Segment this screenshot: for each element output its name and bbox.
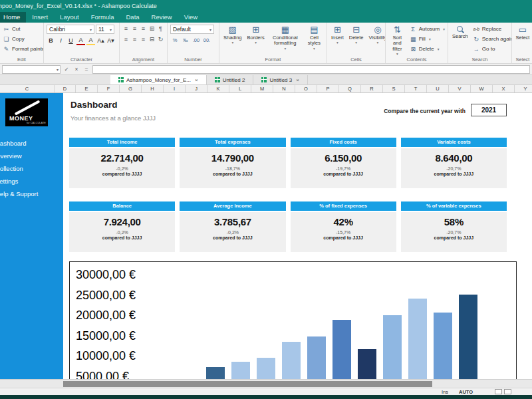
sort-and-filter-button[interactable]: ⇅ Sort and filter ▾ <box>388 25 406 57</box>
compare-year-input[interactable]: 2021 <box>471 104 507 116</box>
sheet-tab-ashampoo-money-for-e[interactable]: Ashampoo_Money_for_E...× <box>110 75 207 84</box>
add-decimal-button[interactable]: .00 <box>192 36 201 45</box>
column-header-C[interactable]: C <box>0 85 55 92</box>
menu-tab-review[interactable]: Review <box>146 12 178 23</box>
sidebar-item-collection[interactable]: Collection <box>0 162 63 175</box>
conditional-formatting-button[interactable]: ▦Conditional formatting▾ <box>269 25 302 51</box>
menu-tab-insert[interactable]: Insert <box>26 12 54 23</box>
permille-format-button[interactable]: ‰ <box>181 36 190 45</box>
number-format-select[interactable]: Default ▾ <box>170 25 214 34</box>
merge-cells-button[interactable]: ⊞ <box>148 25 156 33</box>
insert-cells-button[interactable]: ⊞Insert▾ <box>330 25 345 45</box>
go-to-button[interactable]: →Go to <box>473 45 512 53</box>
confirm-icon[interactable]: ✓ <box>63 66 70 72</box>
align-middle-button[interactable]: ≡ <box>131 35 138 44</box>
menu-tab-home[interactable]: Home <box>0 12 26 23</box>
italic-button[interactable]: I <box>57 36 65 45</box>
column-header-M[interactable]: M <box>251 85 273 92</box>
search-button[interactable]: Search <box>451 25 469 40</box>
cell-name-box[interactable]: ▾ <box>2 65 61 74</box>
select-button[interactable]: ▭ Select <box>515 25 531 41</box>
column-header-I[interactable]: I <box>164 85 186 92</box>
column-header-N[interactable]: N <box>273 85 295 92</box>
column-header-H[interactable]: H <box>142 85 164 92</box>
indent-decrease-button[interactable]: ⊟ <box>148 35 156 44</box>
titlebar[interactable]: Ashampoo_Money_for_Excel_V0.14.xlsx * - … <box>0 0 532 12</box>
grow-font-button[interactable]: A▴ <box>96 36 105 45</box>
fill-button[interactable]: ▦Fill▾ <box>410 35 445 43</box>
sidebar-item-help-support[interactable]: Help & Support <box>0 188 63 200</box>
column-header-O[interactable]: O <box>295 85 317 92</box>
cut-button[interactable]: ✂Cut <box>3 25 41 33</box>
column-header-W[interactable]: W <box>471 85 493 92</box>
function-icon[interactable]: = <box>82 66 90 72</box>
ribbon-group-number: Default ▾ %‰.0000. Number <box>168 23 219 63</box>
search-again-button[interactable]: ↻Search again <box>473 35 512 43</box>
column-header-R[interactable]: R <box>361 85 383 92</box>
cancel-icon[interactable]: × <box>72 66 80 72</box>
column-header-P[interactable]: P <box>317 85 339 92</box>
remove-decimal-button[interactable]: 00. <box>202 36 211 45</box>
autosum-button[interactable]: ΣAutosum▾ <box>410 25 445 33</box>
column-header-U[interactable]: U <box>427 85 449 92</box>
menu-tab-formula[interactable]: Formula <box>85 12 120 23</box>
visibility-button[interactable]: ◎Visibility▾ <box>367 25 386 45</box>
scrollbar-thumb[interactable] <box>63 381 432 387</box>
auto-mode-indicator[interactable]: AUTO <box>459 389 473 395</box>
menu-tab-data[interactable]: Data <box>120 12 145 23</box>
font-name-select[interactable]: Calibri ▾ <box>47 25 94 34</box>
column-header-Q[interactable]: Q <box>339 85 361 92</box>
format-painter-button[interactable]: ✎Format painter <box>3 45 41 53</box>
font-color-button[interactable]: A <box>76 36 85 45</box>
sidebar-item-dashboard[interactable]: Dashboard <box>0 137 63 150</box>
column-header-G[interactable]: G <box>120 85 142 92</box>
y-axis-tick-label: 10000,00 € <box>76 349 136 363</box>
sidebar-item-settings[interactable]: Settings <box>0 175 63 188</box>
menu-tab-layout[interactable]: Layout <box>54 12 85 23</box>
align-left-button[interactable]: ≡ <box>122 25 130 33</box>
underline-button[interactable]: U <box>66 36 75 45</box>
align-right-button[interactable]: ≡ <box>140 25 147 33</box>
formula-input[interactable] <box>92 65 530 74</box>
bar-chart[interactable]: 30000,00 €25000,00 €20000,00 €15000,00 €… <box>69 261 517 379</box>
copy-button[interactable]: ❏Copy <box>3 35 41 43</box>
ribbon: ✂Cut❏Copy✎Format painter Edit Calibri ▾ … <box>0 23 532 64</box>
column-header-E[interactable]: E <box>76 85 98 92</box>
align-bottom-button[interactable]: ≡ <box>140 35 147 44</box>
horizontal-scrollbar[interactable] <box>0 379 532 388</box>
font-size-select[interactable]: 11 ▾ <box>96 25 114 34</box>
column-header-J[interactable]: J <box>186 85 207 92</box>
column-header-K[interactable]: K <box>207 85 229 92</box>
close-icon[interactable]: × <box>296 77 299 83</box>
view-mode-icon[interactable] <box>495 389 502 394</box>
wrap-text-button[interactable]: ¶ <box>157 25 164 33</box>
delete-contents-button[interactable]: ⊠Delete▾ <box>410 45 445 53</box>
text-orientation-button[interactable]: ↻ <box>157 35 164 44</box>
align-center-button[interactable]: ≡ <box>131 25 138 33</box>
page-layout-icon[interactable] <box>504 389 511 394</box>
shading-button[interactable]: ▨Shading▾ <box>222 25 243 45</box>
menu-tab-view[interactable]: View <box>178 12 203 23</box>
shrink-font-button[interactable]: A▾ <box>106 36 115 45</box>
replace-button[interactable]: a-bReplace <box>473 25 512 33</box>
sheet-tab-untitled-2[interactable]: Untitled 2 <box>207 75 254 84</box>
column-header-X[interactable]: X <box>493 85 515 92</box>
align-top-button[interactable]: ≡ <box>122 35 130 44</box>
column-header-S[interactable]: S <box>383 85 405 92</box>
column-header-L[interactable]: L <box>229 85 251 92</box>
sheet-tab-untitled-3[interactable]: Untitled 3× <box>253 75 307 84</box>
column-header-V[interactable]: V <box>449 85 471 92</box>
close-icon[interactable]: × <box>195 77 198 83</box>
chart-bar-7 <box>358 349 376 379</box>
bold-button[interactable]: B <box>47 36 55 45</box>
cell-styles-button[interactable]: ▤Cell styles▾ <box>305 25 324 51</box>
column-header-Y[interactable]: Y <box>515 85 532 92</box>
column-header-T[interactable]: T <box>405 85 427 92</box>
column-header-F[interactable]: F <box>98 85 120 92</box>
highlight-color-button[interactable]: A <box>86 36 95 45</box>
delete-cells-button[interactable]: ⊟Delete▾ <box>348 25 365 45</box>
borders-button[interactable]: ⊞Borders▾ <box>246 25 266 45</box>
sidebar-item-overview[interactable]: Overview <box>0 150 63 162</box>
percent-format-button[interactable]: % <box>170 36 180 45</box>
column-header-D[interactable]: D <box>55 85 76 92</box>
